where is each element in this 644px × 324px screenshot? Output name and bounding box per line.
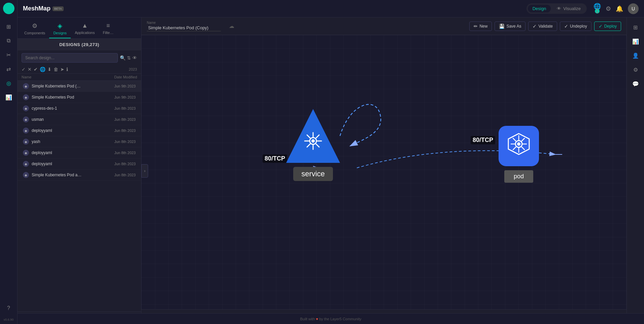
cloud-icon: ☁ xyxy=(229,23,234,29)
tab-designs[interactable]: ◈ Designs xyxy=(49,20,71,38)
rp-chart-icon[interactable]: 📊 xyxy=(630,35,642,47)
tab-components[interactable]: ⚙ Components xyxy=(20,20,49,38)
name-label: Name xyxy=(147,21,219,25)
item-icon: ◈ xyxy=(23,161,29,167)
rp-grid-icon[interactable]: ⊞ xyxy=(630,21,642,33)
svg-point-13 xyxy=(311,139,315,143)
logo[interactable] xyxy=(3,3,14,14)
filter-icon[interactable]: ⇅ xyxy=(127,55,131,61)
checkmark-icon[interactable]: ✔ xyxy=(34,67,38,72)
canvas-main[interactable]: 80/TCP xyxy=(141,35,626,309)
delete-icon[interactable]: 🗑 xyxy=(54,67,58,72)
svg-line-22 xyxy=(522,138,524,141)
list-item[interactable]: ◈ deployyaml Jun 8th 2023 xyxy=(18,158,141,170)
nav-help-icon[interactable]: ? xyxy=(3,302,15,314)
search-actions: 🔍 ⇅ 👁 xyxy=(120,55,137,61)
save-icon: 💾 xyxy=(499,24,505,29)
notifications-icon[interactable]: 🔔 xyxy=(616,5,623,12)
item-name: Simple Kubernetes Pod (… xyxy=(32,84,102,88)
svg-line-9 xyxy=(307,135,310,138)
right-panel: ⊞ 📊 👤 ⚙ 💬 xyxy=(626,17,644,324)
app-version: v0.6.90 xyxy=(4,318,14,321)
item-date: Jun 8th 2023 xyxy=(102,173,136,177)
list-item[interactable]: ◈ yash Jun 8th 2023 xyxy=(18,136,141,147)
hide-icon[interactable]: 👁 xyxy=(132,55,137,61)
validate-icon: ✓ xyxy=(533,24,537,29)
tab-applications[interactable]: ▲ Applications xyxy=(71,20,99,38)
rp-user-icon[interactable]: 👤 xyxy=(630,49,642,62)
save-as-button[interactable]: 💾 Save As xyxy=(495,22,526,31)
search-input[interactable] xyxy=(22,53,118,63)
list-item[interactable]: ◈ usman Jun 8th 2023 xyxy=(18,114,141,125)
design-visualize-toggle: Design 👁 Visualize xyxy=(527,3,587,14)
tab-filter[interactable]: ≡ Filte… xyxy=(99,20,117,38)
download-icon[interactable]: ⬇ xyxy=(47,67,52,72)
service-label: service xyxy=(293,167,333,181)
service-shape xyxy=(286,109,340,163)
search-icon[interactable]: 🔍 xyxy=(120,55,126,61)
item-icon: ◈ xyxy=(23,150,29,156)
close-x-icon[interactable]: ✕ xyxy=(28,67,32,72)
deploy-button[interactable]: ✓ Deploy xyxy=(594,22,621,31)
svg-line-12 xyxy=(307,144,310,147)
beta-badge: BETA xyxy=(53,6,64,11)
heart-icon: ♥ xyxy=(316,317,319,321)
globe-icon[interactable]: 🌐 xyxy=(40,67,45,72)
svg-line-21 xyxy=(522,147,524,150)
item-icon: ◈ xyxy=(23,105,29,111)
rp-settings-icon[interactable]: ⚙ xyxy=(630,64,642,76)
item-icon: ◈ xyxy=(23,116,29,122)
item-date: Jun 8th 2023 xyxy=(102,151,136,155)
nav-connections-icon[interactable]: ⇄ xyxy=(3,63,15,75)
item-icon: ◈ xyxy=(23,83,29,89)
app-name: MeshMap xyxy=(23,5,50,12)
pod-node[interactable]: pod xyxy=(499,126,539,183)
rp-chat-icon[interactable]: 💬 xyxy=(630,78,642,90)
info-icon[interactable]: ℹ xyxy=(66,67,68,72)
nav-tools-icon[interactable]: ✂ xyxy=(3,49,15,61)
canvas-connections-svg xyxy=(141,35,626,309)
validate-button[interactable]: ✓ Validate xyxy=(528,22,557,31)
item-name: yash xyxy=(32,139,102,144)
top-header: MeshMap BETA Design 👁 Visualize 🌐 1 ⚙ 🔔 … xyxy=(18,0,644,17)
check-icon[interactable]: ✓ xyxy=(22,67,26,72)
nav-layers-icon[interactable]: ⧉ xyxy=(3,35,15,47)
svg-point-1 xyxy=(7,7,10,10)
left-nav-sidebar: ⊞ ⧉ ✂ ⇄ ◎ 📊 ? v0.6.90 xyxy=(0,0,18,324)
svg-line-23 xyxy=(513,147,516,150)
nav-dashboard-icon[interactable]: ⊞ xyxy=(3,21,15,33)
item-date: Jun 8th 2023 xyxy=(102,140,136,144)
collapse-panel-btn[interactable]: › xyxy=(141,164,148,178)
list-item[interactable]: ◈ cypress-des-1 Jun 8th 2023 xyxy=(18,103,141,114)
list-item[interactable]: ◈ deployyaml Jun 8th 2023 xyxy=(18,125,141,136)
list-item[interactable]: ◈ deployyaml Jun 8th 2023 xyxy=(18,147,141,158)
undeploy-button[interactable]: ✓ Undeploy xyxy=(560,22,591,31)
nav-chart-icon[interactable]: 📊 xyxy=(3,91,15,103)
designs-action-bar: ✓ ✕ ✔ 🌐 ⬇ 🗑 ➤ ℹ 2023 xyxy=(18,65,141,74)
network-icon[interactable]: 🌐 1 xyxy=(594,3,601,15)
filter-tab-icon: ≡ xyxy=(106,22,110,29)
nav-mesh-icon[interactable]: ◎ xyxy=(3,77,15,89)
list-item[interactable]: ◈ Simple Kubernetes Pod (… Jun 9th 2023 xyxy=(18,81,141,92)
list-item[interactable]: ◈ Simple Kubernetes Pod Jun 9th 2023 xyxy=(18,92,141,103)
visualize-btn[interactable]: 👁 Visualize xyxy=(552,5,585,12)
item-icon: ◈ xyxy=(23,139,29,145)
design-btn[interactable]: Design xyxy=(528,5,551,12)
item-icon: ◈ xyxy=(23,128,29,134)
designs-header: DESIGNS (29,273) xyxy=(18,39,141,50)
item-date: Jun 8th 2023 xyxy=(102,162,136,166)
content-wrap: ⚙ Components ◈ Designs ▲ Applications ≡ … xyxy=(18,17,644,324)
applications-tab-icon: ▲ xyxy=(82,22,88,29)
settings-icon[interactable]: ⚙ xyxy=(606,5,611,12)
service-helm-icon xyxy=(303,131,323,155)
svg-line-10 xyxy=(316,144,319,147)
list-item[interactable]: ◈ Simple Kubernetes Pod a… Jun 8th 2023 xyxy=(18,170,141,181)
tab-components-label: Components xyxy=(24,31,45,35)
service-node[interactable]: service xyxy=(286,109,340,181)
avatar[interactable]: U xyxy=(628,3,639,14)
pod-label: pod xyxy=(504,170,533,183)
item-name: Simple Kubernetes Pod a… xyxy=(32,173,102,177)
design-name-input[interactable] xyxy=(147,25,221,31)
new-button[interactable]: ✏ New xyxy=(469,22,492,31)
share-icon[interactable]: ➤ xyxy=(60,67,64,72)
